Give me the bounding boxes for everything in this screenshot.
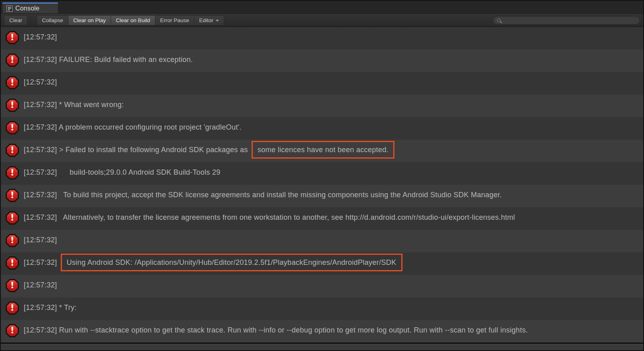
log-text: [12:57:32] A problem occurred configurin… xyxy=(24,123,242,131)
clear-on-play-button[interactable]: Clear on Play xyxy=(68,15,111,25)
error-icon: ! xyxy=(6,279,19,292)
log-entry[interactable]: ! [12:57:32] xyxy=(1,230,643,252)
log-message: [12:57:32] FAILURE: Build failed with an… xyxy=(24,55,193,64)
console-icon xyxy=(6,6,12,12)
error-icon: ! xyxy=(6,121,19,134)
log-message: [12:57:32] xyxy=(24,78,57,87)
log-entry[interactable]: ! [12:57:32] > Failed to install the fol… xyxy=(1,140,643,162)
error-icon: ! xyxy=(6,211,19,225)
log-entry[interactable]: ! [12:57:32] A problem occurred configur… xyxy=(1,117,643,140)
log-text: [12:57:32] Alternatively, to transfer th… xyxy=(24,213,515,221)
detail-pane xyxy=(1,344,643,350)
clear-button[interactable]: Clear xyxy=(4,15,27,25)
log-message: [12:57:32]Using Android SDK: /Applicatio… xyxy=(24,258,402,267)
error-icon: ! xyxy=(6,166,19,180)
highlight-box: Using Android SDK: /Applications/Unity/H… xyxy=(61,254,402,271)
log-message: [12:57:32] xyxy=(24,235,57,244)
highlight-box: some licences have not been accepted. xyxy=(252,141,394,159)
log-entry[interactable]: ! [12:57:32] xyxy=(1,72,643,95)
search-icon xyxy=(497,19,501,22)
log-entry[interactable]: ! [12:57:32] Run with --stacktrace optio… xyxy=(1,320,643,343)
error-icon: ! xyxy=(6,256,19,270)
log-message: [12:57:32] * What went wrong: xyxy=(24,100,124,109)
log-message: [12:57:32] * Try: xyxy=(24,303,76,312)
log-text: [12:57:32] xyxy=(24,33,57,41)
editor-dropdown-button[interactable]: Editor xyxy=(194,15,224,25)
log-entry[interactable]: ! [12:57:32] xyxy=(1,27,643,50)
log-text: [12:57:32] xyxy=(24,78,57,86)
chevron-down-icon xyxy=(216,20,219,22)
log-entry[interactable]: ! [12:57:32] * What went wrong: xyxy=(1,95,643,117)
log-text: [12:57:32] * Try: xyxy=(24,304,76,312)
log-message: [12:57:32] Alternatively, to transfer th… xyxy=(24,213,515,222)
log-text: [12:57:32] xyxy=(24,258,57,266)
error-icon: ! xyxy=(6,144,19,157)
error-icon: ! xyxy=(6,76,19,89)
log-text: [12:57:32] Run with --stacktrace option … xyxy=(24,326,528,334)
log-text: [12:57:32] build-tools;29.0.0 Android SD… xyxy=(24,168,221,176)
tab-bar: Console xyxy=(1,1,643,14)
error-icon: ! xyxy=(6,301,19,315)
editor-dropdown-label: Editor xyxy=(199,17,213,23)
console-window: Console Clear Collapse Clear on Play Cle… xyxy=(0,0,644,351)
log-entry[interactable]: ! [12:57:32] Alternatively, to transfer … xyxy=(1,207,643,230)
error-icon: ! xyxy=(6,99,19,112)
log-message: [12:57:32] Run with --stacktrace option … xyxy=(24,326,528,334)
log-text: [12:57:32] xyxy=(24,236,57,244)
log-entry[interactable]: ! [12:57:32] To build this project, acce… xyxy=(1,185,643,207)
log-entry[interactable]: ! [12:57:32] build-tools;29.0.0 Android … xyxy=(1,162,643,185)
search-field[interactable] xyxy=(493,16,640,25)
log-text: [12:57:32] xyxy=(24,281,57,289)
error-icon: ! xyxy=(6,54,19,67)
error-icon: ! xyxy=(6,31,19,44)
log-text: [12:57:32] * What went wrong: xyxy=(24,101,124,109)
collapse-button[interactable]: Collapse xyxy=(37,15,68,25)
log-entry[interactable]: ! [12:57:32] FAILURE: Build failed with … xyxy=(1,50,643,72)
log-message: [12:57:32] build-tools;29.0.0 Android SD… xyxy=(24,168,221,177)
error-icon: ! xyxy=(6,234,19,247)
tab-label: Console xyxy=(15,5,39,12)
log-message: [12:57:32] To build this project, accept… xyxy=(24,190,502,199)
search-input[interactable] xyxy=(504,17,636,23)
error-icon: ! xyxy=(6,324,19,337)
toolbar-separator xyxy=(31,16,31,24)
log-message: [12:57:32] xyxy=(24,281,57,289)
log-list: ! [12:57:32] ! [12:57:32] FAILURE: Build… xyxy=(1,27,643,343)
log-text: [12:57:32] > Failed to install the follo… xyxy=(24,146,248,154)
log-entry[interactable]: ! [12:57:32] xyxy=(1,275,643,297)
log-text: [12:57:32] FAILURE: Build failed with an… xyxy=(24,56,193,64)
tab-console[interactable]: Console xyxy=(2,2,58,13)
clear-on-build-button[interactable]: Clear on Build xyxy=(111,15,155,25)
console-toolbar: Clear Collapse Clear on Play Clear on Bu… xyxy=(1,14,643,27)
log-entry[interactable]: ! [12:57:32] * Try: xyxy=(1,297,643,320)
log-message: [12:57:32] xyxy=(24,33,57,41)
log-message: [12:57:32] > Failed to install the follo… xyxy=(24,145,394,154)
error-icon: ! xyxy=(6,189,19,202)
error-pause-button[interactable]: Error Pause xyxy=(155,15,194,25)
log-entry[interactable]: ! [12:57:32]Using Android SDK: /Applicat… xyxy=(1,252,643,275)
log-text: [12:57:32] To build this project, accept… xyxy=(24,191,502,199)
log-message: [12:57:32] A problem occurred configurin… xyxy=(24,123,242,132)
